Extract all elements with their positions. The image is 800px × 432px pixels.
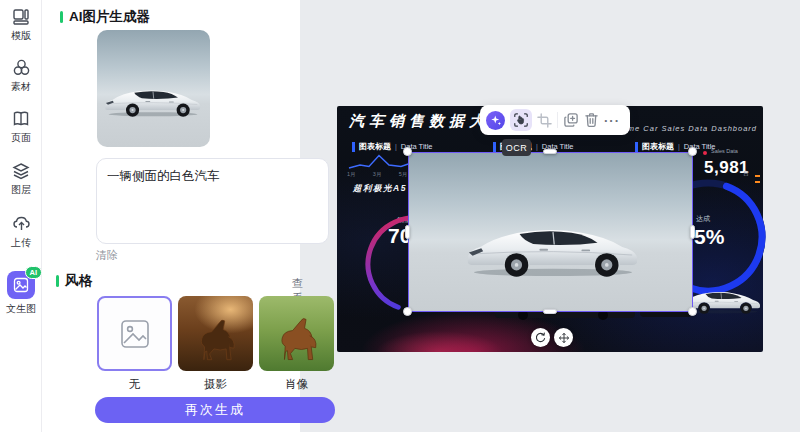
move-icon [558, 332, 570, 344]
card-header-zh: 图表标题 [359, 141, 391, 152]
axis-label: 3月 [373, 171, 382, 178]
duplicate-icon [563, 112, 579, 128]
style-section-header: 风格 [56, 272, 92, 290]
decor-tick [755, 181, 760, 183]
selection-toolbar: ··· [480, 105, 630, 135]
clear-button[interactable]: 清除 [96, 248, 118, 263]
layers-icon [12, 162, 30, 180]
resize-handle-left[interactable] [405, 225, 410, 239]
ai-sparkle-button[interactable] [486, 111, 505, 130]
sparkle-icon [490, 114, 502, 126]
selected-generated-image[interactable] [408, 152, 693, 312]
panel-title: AI图片生成器 [69, 8, 150, 26]
style-option-none[interactable] [97, 296, 172, 371]
style-option-label: 肖像 [259, 377, 334, 392]
chart-card-header-left: 图表标题 | Data Title [352, 141, 433, 152]
card-header-zh: 图表标题 [642, 141, 674, 152]
prompt-textarea[interactable]: 一辆侧面的白色汽车 [96, 158, 329, 244]
sidebar-item-upload[interactable]: 上传 [0, 214, 42, 250]
sidebar-item-label: 页面 [11, 131, 31, 145]
style-option-label: 无 [97, 377, 172, 392]
card-header-divider: | [536, 143, 538, 150]
toolbar-divider [557, 112, 558, 128]
style-title: 风格 [65, 272, 92, 290]
green-accent-bar [56, 275, 59, 287]
template-icon [12, 8, 30, 26]
style-option-label: 摄影 [178, 377, 253, 392]
assets-icon [12, 58, 31, 77]
resize-handle-bottom[interactable] [543, 309, 557, 314]
ocr-tooltip: OCR [502, 139, 531, 156]
sales-unit: 台 [743, 169, 749, 178]
ai-badge: AI [25, 266, 43, 279]
card-header-divider: | [395, 143, 397, 150]
car-model-name: 超利极光A5 [353, 183, 407, 195]
resize-handle-top-left[interactable] [403, 147, 412, 156]
style-option-photography[interactable] [178, 296, 253, 371]
rotate-button[interactable] [531, 328, 550, 347]
more-button[interactable]: ··· [604, 113, 620, 128]
generate-again-button[interactable]: 再次生成 [95, 397, 335, 423]
image-placeholder-icon [120, 319, 150, 349]
blue-accent-bar [493, 142, 496, 152]
icon-rail: 模版 素材 页面 图层 上传 AI 文生图 [0, 0, 42, 432]
axis-label: 1月 [347, 171, 356, 178]
app-window: 模版 素材 页面 图层 上传 AI 文生图 AI图片生成 [0, 0, 800, 432]
ocr-scan-hand-icon [513, 112, 529, 128]
pages-icon [12, 110, 30, 128]
sidebar-item-assets[interactable]: 素材 [0, 58, 42, 94]
duplicate-button[interactable] [563, 112, 579, 128]
horse-figurine-image [187, 308, 243, 364]
blue-accent-bar [635, 142, 638, 152]
trash-icon [584, 112, 599, 128]
legend-label: Sales Data [711, 148, 738, 154]
sidebar-item-label: 文生图 [6, 302, 36, 316]
green-accent-bar [60, 11, 63, 23]
car-image [460, 213, 646, 281]
text-to-image-icon: AI [7, 271, 35, 299]
style-option-portrait[interactable] [259, 296, 334, 371]
card-header-divider: | [678, 143, 680, 150]
ai-generator-panel: AI图片生成器 一辆侧面的白色汽车 清除 风格 查看更多 无 摄影 肖像 再次生… [42, 0, 300, 432]
sidebar-item-pages[interactable]: 页面 [0, 110, 42, 145]
panel-header: AI图片生成器 [60, 8, 150, 26]
dashboard-subtitle: Home Car Sales Data Dashboard [616, 124, 757, 133]
resize-handle-top-right[interactable] [688, 147, 697, 156]
decor-tick [755, 175, 760, 177]
resize-handle-bottom-left[interactable] [403, 307, 412, 316]
generated-image-thumbnail[interactable] [97, 30, 210, 147]
sidebar-item-text-to-image[interactable]: AI 文生图 [0, 271, 42, 316]
sidebar-item-layers[interactable]: 图层 [0, 162, 42, 197]
right-metric-value: 5% [694, 225, 724, 249]
sidebar-item-label: 上传 [11, 236, 31, 250]
sidebar-item-templates[interactable]: 模版 [0, 8, 42, 43]
rotate-icon [535, 332, 546, 343]
horse-toy-image [267, 306, 325, 364]
crop-button[interactable] [537, 113, 552, 128]
sidebar-item-label: 图层 [11, 183, 31, 197]
right-metric-label: 达成 [696, 214, 710, 224]
resize-handle-bottom-right[interactable] [688, 307, 697, 316]
crop-icon [537, 113, 552, 128]
delete-button[interactable] [584, 112, 599, 128]
resize-handle-right[interactable] [690, 225, 695, 239]
sidebar-item-label: 素材 [11, 80, 31, 94]
blue-accent-bar [352, 142, 355, 152]
move-button[interactable] [554, 328, 573, 347]
car-image [101, 80, 205, 120]
resize-handle-top[interactable] [543, 149, 557, 154]
axis-label: 5月 [399, 171, 408, 178]
ocr-button[interactable] [510, 109, 532, 131]
upload-icon [12, 214, 31, 233]
sidebar-item-label: 模版 [11, 29, 31, 43]
legend-dot [703, 151, 707, 155]
